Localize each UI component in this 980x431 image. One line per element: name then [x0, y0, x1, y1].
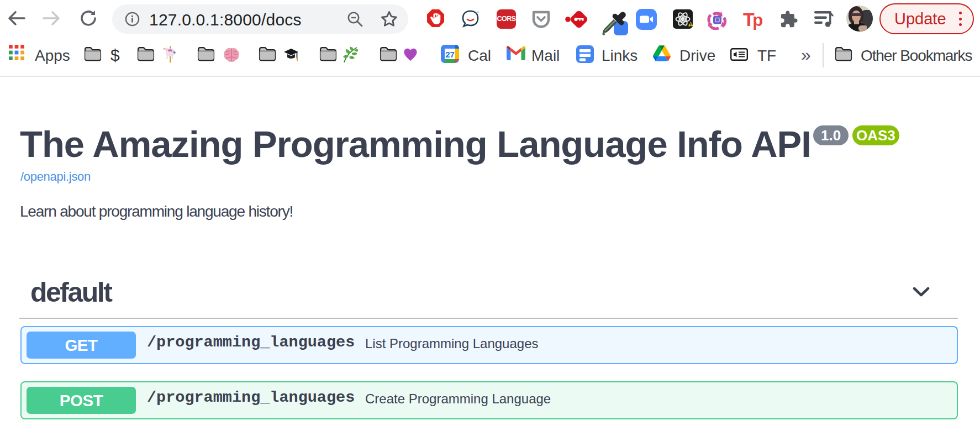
svg-text:27: 27 [445, 50, 455, 59]
